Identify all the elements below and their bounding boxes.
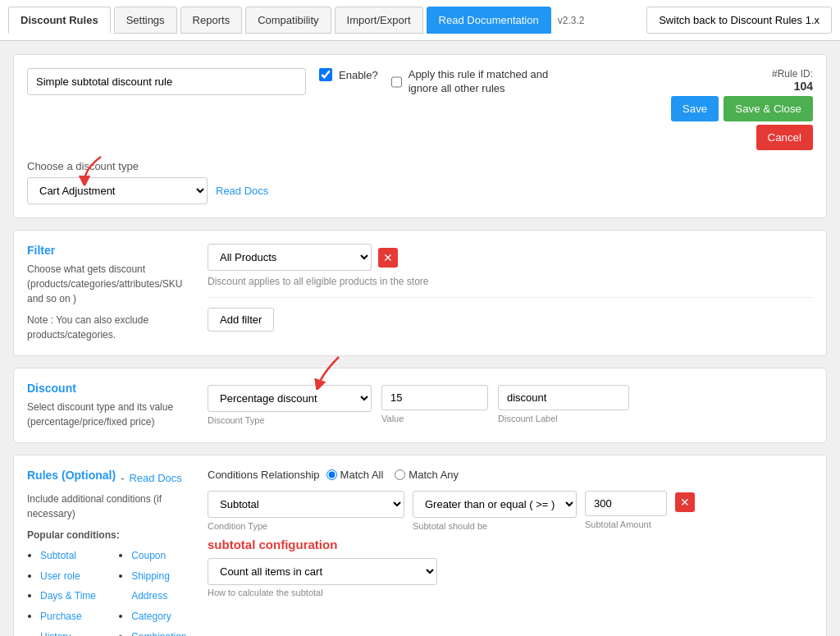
filter-right: All Products Specific Products Specific … bbox=[208, 244, 813, 342]
rules-description: Include additional conditions (if necess… bbox=[27, 492, 194, 521]
discount-type-row: Cart Adjustment Percentage Discount Fixe… bbox=[27, 177, 813, 204]
condition-remove-button[interactable]: ✕ bbox=[675, 492, 695, 512]
save-close-button[interactable]: Save & Close bbox=[724, 96, 813, 121]
match-all-radio[interactable] bbox=[326, 469, 337, 480]
discount-label-field: discount Discount Label bbox=[498, 385, 629, 423]
switch-back-button[interactable]: Switch back to Discount Rules 1.x bbox=[646, 7, 832, 34]
subtotal-config-text: subtotal configuration bbox=[208, 538, 813, 551]
save-button[interactable]: Save bbox=[671, 96, 719, 121]
tab-import-export[interactable]: Import/Export bbox=[335, 7, 423, 34]
discount-type-field: Percentage discount Fixed discount Fixed… bbox=[208, 385, 372, 425]
cancel-button[interactable]: Cancel bbox=[756, 125, 814, 150]
rules-card: Rules (Optional) - Read Docs Include add… bbox=[13, 455, 827, 636]
cond-coupon-link[interactable]: Coupon bbox=[131, 550, 166, 561]
nav-bar: Discount Rules Settings Reports Compatib… bbox=[0, 0, 840, 41]
filter-desc-text: Discount applies to all eligible product… bbox=[208, 276, 813, 287]
rule-name-input[interactable] bbox=[27, 68, 306, 95]
enable-checkbox[interactable] bbox=[319, 68, 332, 81]
filter-note: Note : You can also exclude products/cat… bbox=[27, 313, 194, 342]
condition-type-select[interactable]: Subtotal User role Coupon bbox=[208, 491, 404, 518]
rule-name-card: Enable? Apply this rule if matched and i… bbox=[13, 54, 827, 218]
rule-name-row: Enable? Apply this rule if matched and i… bbox=[27, 68, 813, 150]
discount-inputs-row: Percentage discount Fixed discount Fixed… bbox=[208, 385, 813, 425]
rules-separator: - bbox=[121, 472, 124, 484]
action-buttons: Save Save & Close bbox=[671, 96, 813, 121]
condition-val-label: Subtotal Amount bbox=[585, 519, 667, 529]
apply-checkbox[interactable] bbox=[391, 75, 402, 89]
match-any-radio[interactable] bbox=[395, 469, 405, 480]
discount-label-input[interactable]: discount bbox=[498, 385, 629, 410]
count-items-row: Count all items in cart Count unique ite… bbox=[208, 558, 813, 597]
add-filter-button[interactable]: Add filter bbox=[208, 308, 274, 332]
discount-card: Discount Select discount type and its va… bbox=[13, 368, 827, 443]
enable-label: Enable? bbox=[339, 69, 378, 81]
tab-discount-rules[interactable]: Discount Rules bbox=[8, 7, 111, 34]
discount-type-select[interactable]: Cart Adjustment Percentage Discount Fixe… bbox=[27, 177, 208, 204]
enable-group: Enable? bbox=[319, 68, 378, 81]
radio-group: Match All Match Any bbox=[326, 469, 459, 481]
condition-type-label: Condition Type bbox=[208, 521, 404, 531]
discount-type-label: Choose a discount type bbox=[27, 160, 813, 172]
filter-product-select[interactable]: All Products Specific Products Specific … bbox=[208, 244, 372, 271]
filter-title: Filter bbox=[27, 244, 194, 257]
tab-read-documentation[interactable]: Read Documentation bbox=[427, 7, 551, 34]
cond-daystime-link[interactable]: Days & Time bbox=[40, 590, 96, 602]
count-items-select[interactable]: Count all items in cart Count unique ite… bbox=[208, 558, 437, 585]
match-any-label: Match Any bbox=[409, 469, 459, 481]
match-all-label: Match All bbox=[340, 469, 384, 481]
discount-type-field-label: Discount Type bbox=[208, 415, 372, 425]
apply-group: Apply this rule if matched and ignore al… bbox=[391, 68, 555, 96]
condition-val-group: 300 Subtotal Amount bbox=[585, 491, 667, 529]
condition-op-group: Greater than or equal ( >= ) Less than o… bbox=[413, 491, 577, 531]
rules-read-docs-link[interactable]: Read Docs bbox=[129, 472, 181, 484]
how-to-label: How to calculate the subtotal bbox=[208, 588, 813, 597]
rules-right: Conditions Relationship Match All Match … bbox=[208, 469, 813, 636]
match-any-option[interactable]: Match Any bbox=[395, 469, 459, 481]
filter-layout: Filter Choose what gets discount (produc… bbox=[27, 244, 813, 342]
discount-value-field: 15 Value bbox=[381, 385, 488, 423]
filter-card: Filter Choose what gets discount (produc… bbox=[13, 230, 827, 356]
discount-right: Percentage discount Fixed discount Fixed… bbox=[208, 382, 813, 429]
rules-layout: Rules (Optional) - Read Docs Include add… bbox=[27, 469, 813, 636]
main-content: Enable? Apply this rule if matched and i… bbox=[0, 41, 840, 636]
cond-combination-link[interactable]: Combination bbox=[131, 631, 186, 636]
discount-type-section: Choose a discount type Cart Adjustment bbox=[27, 160, 813, 204]
rules-title: Rules (Optional) bbox=[27, 469, 116, 482]
discount-layout: Discount Select discount type and its va… bbox=[27, 382, 813, 429]
cond-subtotal-link[interactable]: Subtotal bbox=[40, 550, 76, 561]
relationship-label: Conditions Relationship bbox=[208, 469, 320, 481]
popular-label: Popular conditions: bbox=[27, 529, 194, 541]
discount-description: Select discount type and its value (perc… bbox=[27, 400, 194, 429]
condition-op-select[interactable]: Greater than or equal ( >= ) Less than o… bbox=[413, 491, 577, 518]
cond-shipping-link[interactable]: Shipping Address bbox=[131, 570, 170, 602]
apply-label: Apply this rule if matched and ignore al… bbox=[409, 68, 555, 96]
condition-op-label: Subtotal should be bbox=[413, 521, 577, 531]
cond-history-link[interactable]: Purchase History bbox=[40, 611, 82, 636]
version-label: v2.3.2 bbox=[558, 15, 585, 26]
condition-val-input[interactable]: 300 bbox=[585, 491, 667, 516]
rule-id-group: #Rule ID: 104 Save Save & Close Cancel bbox=[671, 68, 813, 150]
rules-left: Rules (Optional) - Read Docs Include add… bbox=[27, 469, 208, 636]
filter-select-row: All Products Specific Products Specific … bbox=[208, 244, 813, 271]
rule-id-label: #Rule ID: bbox=[671, 68, 813, 80]
discount-value-input[interactable]: 15 bbox=[381, 385, 488, 410]
filter-remove-button[interactable]: ✕ bbox=[378, 248, 398, 268]
filter-description: Choose what gets discount (products/cate… bbox=[27, 262, 194, 306]
cond-category-link[interactable]: Category bbox=[131, 611, 171, 622]
discount-type-select2[interactable]: Percentage discount Fixed discount Fixed… bbox=[208, 385, 372, 412]
discount-value-label: Value bbox=[381, 414, 488, 423]
condition-type-group: Subtotal User role Coupon Condition Type bbox=[208, 491, 404, 531]
cond-userrole-link[interactable]: User role bbox=[40, 570, 80, 582]
read-docs-link[interactable]: Read Docs bbox=[216, 185, 268, 197]
tab-reports[interactable]: Reports bbox=[180, 7, 243, 34]
discount-label-field-label: Discount Label bbox=[498, 414, 629, 423]
tab-compatibility[interactable]: Compatibility bbox=[245, 7, 331, 34]
popular-conditions: Popular conditions: Subtotal User role D… bbox=[27, 529, 194, 636]
filter-left: Filter Choose what gets discount (produc… bbox=[27, 244, 208, 342]
condition-row: Subtotal User role Coupon Condition Type… bbox=[208, 491, 813, 531]
rules-title-row: Rules (Optional) - Read Docs bbox=[27, 469, 194, 487]
match-all-option[interactable]: Match All bbox=[326, 469, 384, 481]
tab-settings[interactable]: Settings bbox=[114, 7, 177, 34]
conditions-relationship: Conditions Relationship Match All Match … bbox=[208, 469, 813, 481]
discount-title: Discount bbox=[27, 382, 194, 395]
